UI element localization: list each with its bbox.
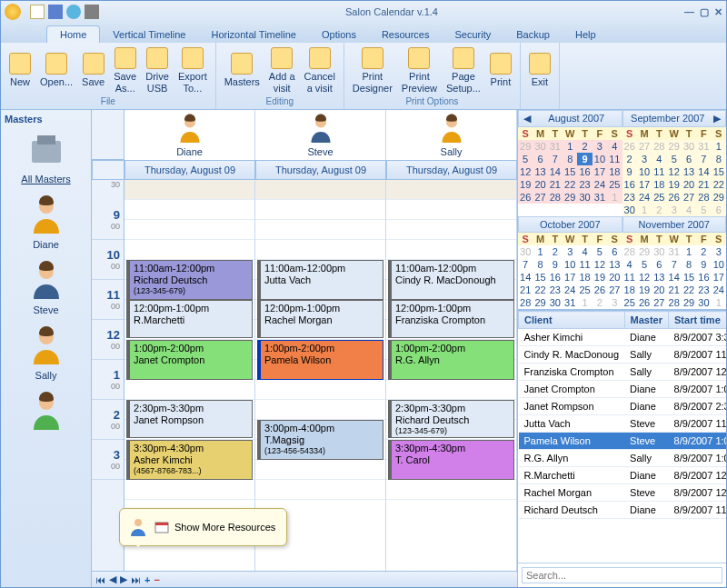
calendar-day[interactable]: 31 <box>667 245 682 258</box>
calendar-day[interactable]: 14 <box>548 165 563 178</box>
calendar-day[interactable]: 30 <box>577 191 592 204</box>
time-cell[interactable] <box>386 200 516 220</box>
cancel-visit-button[interactable]: Cancel a visit <box>300 45 340 96</box>
calendar-day[interactable]: 3 <box>593 140 607 153</box>
date-header[interactable]: Thursday, August 09 <box>386 160 517 180</box>
calendar-day[interactable]: 20 <box>652 284 666 296</box>
calendar-day[interactable]: 24 <box>563 284 577 296</box>
calendar-day[interactable]: 19 <box>593 271 607 284</box>
appointment[interactable]: 1:00pm-2:00pmR.G. Allyn <box>388 340 514 380</box>
open-button[interactable]: Open... <box>35 45 77 96</box>
time-cell[interactable] <box>124 220 254 240</box>
time-cell[interactable] <box>255 460 385 480</box>
page-setup-button[interactable]: Page Setup... <box>442 45 485 96</box>
calendar-day[interactable]: 27 <box>637 140 652 153</box>
calendar-day[interactable]: 8 <box>533 258 547 271</box>
sidebar-item-steve[interactable]: Steve <box>5 259 87 315</box>
column-header-sally[interactable]: Sally <box>386 110 517 160</box>
time-cell[interactable] <box>386 220 516 240</box>
calendar-day[interactable]: 11 <box>652 165 666 178</box>
appointment[interactable]: 3:00pm-4:00pmT.Magsig(123-456-54334) <box>257 420 383 460</box>
sidebar-item-diane[interactable]: Diane <box>5 194 87 250</box>
calendar-day[interactable]: 19 <box>667 178 682 191</box>
calendar-day[interactable]: 25 <box>577 284 592 296</box>
time-cell[interactable] <box>255 200 385 220</box>
calendar-day[interactable]: 1 <box>682 245 696 258</box>
calendar-day[interactable]: 10 <box>637 165 652 178</box>
calendar-day[interactable]: 2 <box>593 296 607 309</box>
print-designer-button[interactable]: Print Designer <box>348 45 397 96</box>
qat-help-icon[interactable] <box>66 5 81 19</box>
calendar-day[interactable]: 23 <box>622 191 637 204</box>
calendar-day[interactable]: 30 <box>682 140 696 153</box>
calendar-day[interactable]: 27 <box>682 191 696 204</box>
calendar-day[interactable]: 19 <box>518 178 533 191</box>
calendar-day[interactable]: 27 <box>652 296 666 309</box>
calendar-day[interactable]: 28 <box>652 140 666 153</box>
calendar-day[interactable]: 14 <box>667 271 682 284</box>
calendar-day[interactable]: 4 <box>682 204 696 216</box>
calendar-day[interactable]: 1 <box>712 140 726 153</box>
close-button[interactable]: ✕ <box>714 6 722 18</box>
sidebar-item-extra[interactable] <box>5 390 87 434</box>
calendar-day[interactable]: 22 <box>533 284 547 296</box>
calendar-day[interactable]: 5 <box>696 204 711 216</box>
calendar-day[interactable]: 22 <box>712 178 726 191</box>
calendar-day[interactable]: 1 <box>712 296 726 309</box>
table-row[interactable]: Janet RompsonDiane8/9/2007 2:30 <box>519 398 727 415</box>
calendar-day[interactable]: 28 <box>518 296 533 309</box>
calendar-day[interactable]: 28 <box>696 191 711 204</box>
qat-save-icon[interactable] <box>48 5 63 19</box>
time-cell[interactable] <box>255 180 385 200</box>
calendar-day[interactable]: 9 <box>696 258 711 271</box>
calendar-day[interactable]: 12 <box>637 271 652 284</box>
minimize-button[interactable]: — <box>684 6 694 18</box>
calendar-day[interactable]: 2 <box>548 245 563 258</box>
time-cell[interactable] <box>124 380 254 400</box>
calendar-day[interactable]: 15 <box>533 271 547 284</box>
tab-help[interactable]: Help <box>563 26 609 43</box>
calendar-day[interactable]: 1 <box>533 245 547 258</box>
date-header[interactable]: Thursday, August 09 <box>255 160 386 180</box>
calendar-day[interactable]: 15 <box>682 271 696 284</box>
masters-button[interactable]: Masters <box>220 45 264 96</box>
appointment[interactable]: 12:00pm-1:00pmFranziska Crompton <box>388 300 514 338</box>
calendar-day[interactable]: 4 <box>622 258 637 271</box>
calendar-day[interactable]: 13 <box>652 271 666 284</box>
calendar-day[interactable]: 18 <box>577 271 592 284</box>
calendar-day[interactable]: 21 <box>667 284 682 296</box>
appointment[interactable]: 11:00am-12:00pmCindy R. MacDonough <box>388 260 514 300</box>
qat-new-icon[interactable] <box>30 5 45 19</box>
calendar-day[interactable]: 29 <box>667 140 682 153</box>
appointment[interactable]: 12:00pm-1:00pmRachel Morgan <box>257 300 383 338</box>
calendar-day[interactable]: 16 <box>622 178 637 191</box>
zoom-in-icon[interactable]: + <box>144 574 150 585</box>
calendar-day[interactable]: 27 <box>533 191 547 204</box>
time-cell[interactable] <box>255 220 385 240</box>
calendar-day[interactable]: 17 <box>563 271 577 284</box>
calendar-day[interactable]: 29 <box>712 191 726 204</box>
calendar-day[interactable]: 30 <box>548 296 563 309</box>
exit-button[interactable]: Exit <box>524 45 555 96</box>
calendar-day[interactable]: 3 <box>667 204 682 216</box>
appointment[interactable]: 3:30pm-4:30pmAsher Kimchi(4567-8768-783.… <box>126 440 253 480</box>
calendar-day[interactable]: 21 <box>696 178 711 191</box>
mini-calendar[interactable]: September 2007▶SMTWTFS262728293031123456… <box>622 110 727 216</box>
calendar-day[interactable]: 2 <box>652 204 666 216</box>
calendar-day[interactable]: 1 <box>563 140 577 153</box>
calendar-day[interactable]: 30 <box>652 245 666 258</box>
calendar-day[interactable]: 9 <box>577 153 592 165</box>
save-as-button[interactable]: Save As... <box>109 45 141 96</box>
calendar-day[interactable]: 30 <box>622 204 637 216</box>
calendar-day[interactable]: 25 <box>622 296 637 309</box>
calendar-day[interactable]: 6 <box>533 153 547 165</box>
tab-options[interactable]: Options <box>309 26 369 43</box>
calendar-day[interactable]: 14 <box>696 165 711 178</box>
calendar-day[interactable]: 28 <box>622 245 637 258</box>
column-header[interactable]: Master <box>624 312 668 329</box>
calendar-day[interactable]: 23 <box>696 284 711 296</box>
show-more-resources-tooltip[interactable]: Show More Resources <box>119 508 287 546</box>
calendar-day[interactable]: 1 <box>607 191 622 204</box>
calendar-day[interactable]: 28 <box>667 296 682 309</box>
schedule-column[interactable]: 11:00am-12:00pmCindy R. MacDonough12:00p… <box>386 180 517 571</box>
